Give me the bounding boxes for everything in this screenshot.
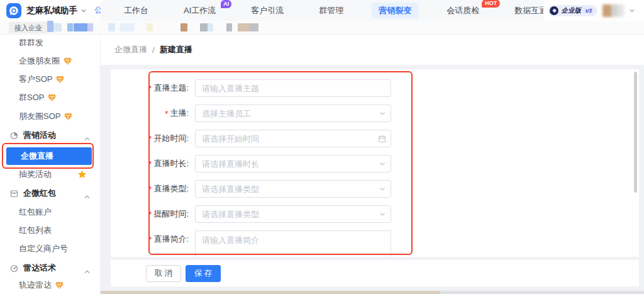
blurred-tab <box>200 23 208 31</box>
user-zone: ◆ 企业版 v3 <box>543 0 644 21</box>
blurred-tab <box>47 21 53 32</box>
live-type-select[interactable] <box>195 180 391 198</box>
sidebar-item-wework-moments[interactable]: 企微朋友圈 <box>0 53 101 69</box>
chevron-up-icon <box>84 191 90 201</box>
field-label: * 开始时间: <box>111 130 192 147</box>
blurred-tab <box>249 23 258 31</box>
sidebar-item-custom-merchant-id[interactable]: 自定义商户号 <box>0 240 101 257</box>
connect-enterprise-button[interactable]: 接入企业 <box>9 22 48 33</box>
required-asterisk: * <box>148 84 152 93</box>
form-row-live-topic: * 直播主题: <box>111 79 413 97</box>
start-time-picker[interactable] <box>195 130 391 147</box>
save-button[interactable]: 保存 <box>186 265 221 282</box>
sidebar-section-wework-red-packet[interactable]: 企微红包 <box>0 185 101 201</box>
live-intro-textarea[interactable] <box>195 230 391 257</box>
chevron-down-icon[interactable] <box>80 8 87 14</box>
vertical-scrollbar[interactable] <box>634 72 637 193</box>
marketing-activity-icon <box>10 132 18 140</box>
required-asterisk: * <box>148 235 152 244</box>
field-label: * 提醒时间: <box>111 205 192 223</box>
avatar[interactable] <box>602 4 624 17</box>
sidebar-item-moments-sop[interactable]: 朋友圈SOP <box>0 108 101 125</box>
sidebar-item-red-packet-account[interactable]: 红包账户 <box>0 204 101 220</box>
field-label: * 直播主题: <box>111 79 192 97</box>
nav-item-ai-workflow[interactable]: AI工作流AI <box>177 5 223 16</box>
gem-icon <box>64 58 72 65</box>
field-label: * 直播类型: <box>111 180 192 198</box>
sidebar-item-lottery-activity[interactable]: 抽奖活动 <box>0 166 101 183</box>
form-row-live-intro: * 直播简介: <box>111 230 413 257</box>
blurred-tab <box>108 23 115 31</box>
ai-badge: AI <box>221 0 231 8</box>
form-row-start-time: * 开始时间: <box>111 130 413 147</box>
remind-time-select[interactable] <box>195 205 391 223</box>
sidebar-item-customer-sop[interactable]: 客户SOP <box>0 71 101 88</box>
breadcrumb-current: 新建直播 <box>160 44 192 55</box>
new-live-form-card: * 直播主题: * 主播: * 开始时间: <box>111 69 639 257</box>
gem-icon <box>64 113 72 120</box>
app-window: 芝麻私域助手 公众号 工作台 AI工作流AI 客户引流 群管理 营销裂变 会话质… <box>0 0 644 294</box>
field-label: * 主播: <box>111 105 192 122</box>
enterprise-icon: ◆ <box>550 6 558 15</box>
window-edge-segment <box>101 291 440 294</box>
blurred-tab <box>87 23 93 31</box>
nav-item-group-management[interactable]: 群管理 <box>312 5 350 16</box>
chevron-up-icon <box>84 133 90 143</box>
required-asterisk: * <box>148 134 152 144</box>
sidebar: 群群发 企微朋友圈 客户SOP 群SOP 朋友圈SOP 营销活动 <box>0 35 101 294</box>
sidebar-item-group-mass-send[interactable]: 群群发 <box>0 35 101 51</box>
app-logo-icon <box>6 3 21 18</box>
form-row-live-type: * 直播类型: <box>111 180 413 198</box>
nav-item-chat-inspection[interactable]: 会话质检HOT <box>440 5 486 16</box>
cancel-button[interactable]: 取消 <box>146 265 181 282</box>
radar-icon <box>10 264 18 273</box>
chevron-up-icon <box>84 266 90 276</box>
window-edge-segment <box>440 291 644 294</box>
hot-badge: HOT <box>482 0 500 8</box>
required-asterisk: * <box>148 184 152 194</box>
blurred-tab <box>147 23 153 31</box>
version-badge: v3 <box>584 8 594 14</box>
sidebar-item-red-packet-list[interactable]: 红包列表 <box>0 222 101 239</box>
anchor-select[interactable] <box>195 105 391 122</box>
gem-icon <box>55 282 64 289</box>
top-bar: 芝麻私域助手 公众号 工作台 AI工作流AI 客户引流 群管理 营销裂变 会话质… <box>0 0 644 21</box>
breadcrumb: 企微直播 / 新建直播 <box>101 35 644 65</box>
blurred-tab <box>180 23 187 31</box>
blurred-tab <box>226 23 232 31</box>
sidebar-item-wework-live-selected[interactable]: 企微直播 <box>6 147 92 165</box>
sidebar-section-radar-scripts[interactable]: 雷达话术 <box>0 260 101 276</box>
chevron-down-icon[interactable] <box>629 8 635 14</box>
form-row-duration: * 直播时长: <box>111 155 413 172</box>
sidebar-item-group-sop[interactable]: 群SOP <box>0 89 101 106</box>
nav-item-customer-acquisition[interactable]: 客户引流 <box>244 5 291 16</box>
duration-select[interactable] <box>195 155 391 172</box>
red-packet-icon <box>10 189 18 198</box>
breadcrumb-parent[interactable]: 企微直播 <box>114 44 147 55</box>
breadcrumb-separator: / <box>152 45 155 55</box>
enterprise-plan-badge: ◆ 企业版 v3 <box>548 5 597 16</box>
gem-icon <box>48 94 56 101</box>
field-label: * 直播简介: <box>111 230 192 248</box>
app-title: 芝麻私域助手 <box>26 5 77 16</box>
blurred-tab <box>67 23 73 31</box>
required-asterisk: * <box>165 109 168 118</box>
company-tab-strip: 接入企业 <box>0 21 644 35</box>
blurred-tab <box>74 23 87 31</box>
form-footer: 取消 保存 <box>111 260 639 286</box>
gem-icon <box>56 76 64 83</box>
blurred-company-tabs <box>44 21 644 35</box>
nav-item-marketing-fission[interactable]: 营销裂变 <box>372 5 418 16</box>
form-row-anchor: * 主播: <box>111 105 413 122</box>
required-asterisk: * <box>148 159 152 169</box>
sidebar-section-marketing-activities[interactable]: 营销活动 <box>0 127 101 144</box>
blurred-tab <box>119 23 135 31</box>
nav-item-workbench[interactable]: 工作台 <box>117 5 155 16</box>
live-topic-input[interactable] <box>195 79 391 97</box>
blurred-tab <box>208 23 213 31</box>
field-label: * 直播时长: <box>111 155 192 172</box>
blurred-tab <box>53 23 62 31</box>
form-row-remind-time: * 提醒时间: <box>111 205 413 223</box>
sidebar-item-trace-radar[interactable]: 轨迹雷达 <box>0 277 101 293</box>
blurred-tab <box>238 23 249 31</box>
